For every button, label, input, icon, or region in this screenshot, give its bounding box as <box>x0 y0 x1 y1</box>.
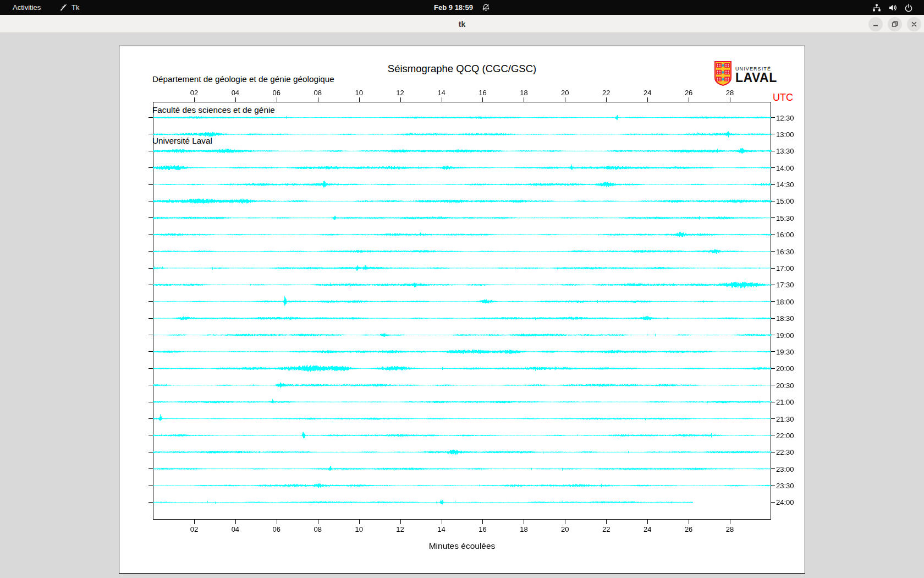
trace-tick-left <box>148 486 153 486</box>
minimize-button[interactable] <box>868 17 883 31</box>
close-button[interactable] <box>907 17 921 31</box>
trace-tick-left <box>148 385 153 385</box>
x-tick-label-bottom: 10 <box>355 525 362 533</box>
trace-tick-left <box>148 134 153 134</box>
trace-utc-label: 15:30 <box>776 214 794 222</box>
trace-utc-label: 12:30 <box>776 113 794 122</box>
x-tick-bottom <box>606 520 607 524</box>
trace-tick-left <box>148 285 153 285</box>
window-titlebar[interactable]: tk <box>0 15 924 33</box>
trace-utc-label: 13:00 <box>776 130 794 138</box>
x-tick-label-top: 20 <box>561 89 569 97</box>
trace-tick-right <box>771 184 775 185</box>
x-tick-label-bottom: 08 <box>314 525 321 533</box>
trace-utc-label: 13:30 <box>776 147 794 155</box>
trace-tick-left <box>148 235 153 235</box>
trace-tick-left <box>148 402 153 402</box>
x-tick-top <box>194 97 195 102</box>
x-tick-top <box>277 97 277 102</box>
power-icon[interactable] <box>904 3 913 12</box>
trace-tick-right <box>771 201 775 201</box>
x-tick-label-bottom: 12 <box>396 525 404 533</box>
x-tick-top <box>482 97 483 102</box>
trace-utc-label: 22:00 <box>776 431 794 439</box>
notifications-disabled-icon <box>482 3 490 12</box>
seismograph-canvas: Département de géologie et de génie géol… <box>119 46 805 574</box>
restore-button[interactable] <box>888 17 902 31</box>
trace-tick-right <box>771 435 775 435</box>
x-tick-label-bottom: 28 <box>726 525 734 533</box>
trace-tick-right <box>771 351 775 352</box>
x-tick-top <box>442 97 442 102</box>
x-tick-label-top: 12 <box>396 89 404 97</box>
seismograph-traces <box>119 46 805 573</box>
trace-tick-right <box>771 301 775 302</box>
trace-utc-label: 23:30 <box>776 482 794 490</box>
window-title: tk <box>0 15 924 33</box>
x-tick-top <box>318 97 318 102</box>
trace-utc-label: 17:00 <box>776 264 794 272</box>
x-tick-label-top: 08 <box>314 89 321 97</box>
trace-tick-right <box>771 486 775 486</box>
x-tick-label-top: 10 <box>355 89 362 97</box>
x-tick-label-bottom: 26 <box>685 525 692 533</box>
clock-button[interactable]: Feb 9 18:59 <box>0 0 924 15</box>
trace-tick-right <box>771 368 775 369</box>
trace-tick-right <box>771 335 775 335</box>
trace-tick-right <box>771 235 775 235</box>
trace-tick-right <box>771 318 775 319</box>
volume-icon[interactable] <box>888 3 897 12</box>
x-tick-label-bottom: 02 <box>190 525 198 533</box>
trace-utc-label: 23:00 <box>776 465 794 473</box>
trace-tick-right <box>771 268 775 269</box>
x-tick-top <box>400 97 401 102</box>
x-tick-label-bottom: 06 <box>273 525 280 533</box>
x-axis-title: Minutes écoulées <box>119 541 805 551</box>
x-tick-label-top: 16 <box>479 89 486 97</box>
trace-tick-left <box>148 167 153 168</box>
x-tick-bottom <box>318 520 318 524</box>
x-tick-label-top: 02 <box>190 89 198 97</box>
trace-utc-label: 21:30 <box>776 415 794 423</box>
window-controls <box>868 15 921 33</box>
x-tick-bottom <box>442 520 442 524</box>
trace-tick-right <box>771 217 775 218</box>
network-icon[interactable] <box>872 3 881 12</box>
x-tick-top <box>606 97 607 102</box>
trace-utc-label: 16:00 <box>776 231 794 239</box>
trace-tick-right <box>771 502 775 503</box>
trace-utc-label: 20:30 <box>776 381 794 389</box>
trace-utc-label: 18:00 <box>776 297 794 306</box>
gnome-top-bar: Activities Tk Feb 9 18:59 <box>0 0 924 15</box>
x-tick-top <box>730 97 730 102</box>
x-tick-bottom <box>194 520 195 524</box>
trace-tick-left <box>148 351 153 352</box>
x-tick-label-bottom: 18 <box>520 525 527 533</box>
trace-tick-left <box>148 335 153 335</box>
x-tick-label-top: 26 <box>685 89 692 97</box>
trace-tick-left <box>148 368 153 369</box>
x-tick-label-top: 18 <box>520 89 527 97</box>
trace-tick-left <box>148 452 153 452</box>
x-tick-label-top: 28 <box>726 89 734 97</box>
trace-utc-label: 14:30 <box>776 181 794 189</box>
trace-tick-left <box>148 418 153 419</box>
trace-tick-right <box>771 251 775 252</box>
trace-tick-left <box>148 117 153 118</box>
trace-tick-right <box>771 468 775 469</box>
trace-tick-right <box>771 167 775 168</box>
x-tick-label-top: 06 <box>273 89 280 97</box>
trace-tick-right <box>771 285 775 285</box>
x-tick-label-top: 14 <box>437 89 445 97</box>
x-tick-bottom <box>730 520 730 524</box>
system-tray <box>872 0 913 15</box>
trace-tick-left <box>148 217 153 218</box>
trace-tick-right <box>771 452 775 452</box>
x-tick-top <box>359 97 360 102</box>
trace-utc-label: 14:00 <box>776 163 794 172</box>
trace-utc-label: 21:00 <box>776 398 794 406</box>
trace-utc-label: 24:00 <box>776 498 794 506</box>
trace-tick-left <box>148 435 153 435</box>
trace-tick-right <box>771 418 775 419</box>
x-tick-bottom <box>647 520 648 524</box>
